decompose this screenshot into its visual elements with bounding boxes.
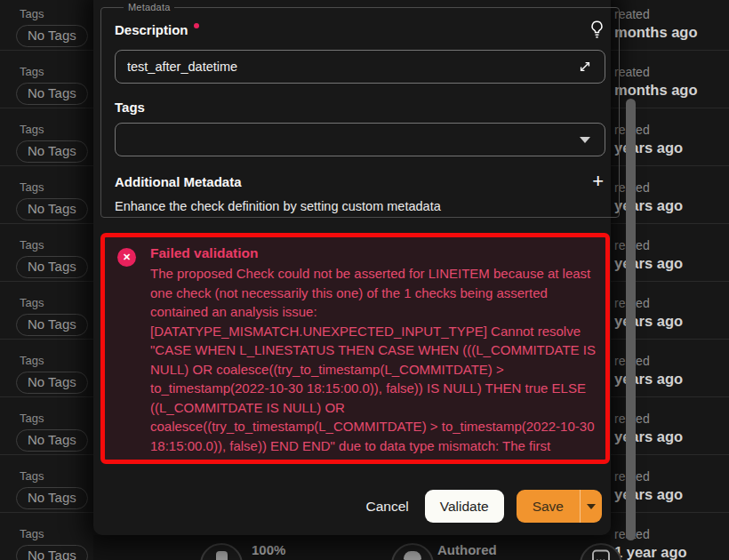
tags-label: Tags [20, 354, 93, 367]
no-tags-badge: No Tags [16, 256, 88, 278]
list-item: Tags No Tags [0, 282, 93, 340]
no-tags-badge: No Tags [16, 314, 88, 336]
chevron-down-icon [587, 504, 596, 509]
expand-icon [579, 60, 591, 73]
plus-icon: + [592, 170, 604, 192]
tags-label: Tags [20, 527, 93, 540]
list-item: Tags No Tags [0, 166, 93, 224]
hint-lightbulb-button[interactable] [589, 19, 605, 41]
list-item: Tags No Tags [0, 455, 93, 513]
no-tags-badge: No Tags [16, 25, 88, 47]
created-label: reated [614, 65, 729, 79]
background-list-left: Tags No Tags Tags No Tags Tags No Tags T… [0, 0, 93, 560]
created-label: reated [614, 7, 729, 21]
save-split-button: Save [517, 490, 602, 523]
tags-label: Tags [20, 180, 93, 194]
tags-label: Tags [20, 238, 93, 252]
progress-circle [200, 543, 243, 560]
no-tags-badge: No Tags [16, 198, 88, 220]
required-dot-icon [194, 23, 199, 28]
additional-metadata-label: Additional Metadata [115, 174, 242, 189]
no-tags-badge: No Tags [16, 140, 88, 163]
tags-label: Tags [20, 412, 93, 425]
vertical-scrollbar-thumb[interactable] [626, 99, 636, 540]
description-label: Description [115, 22, 188, 37]
validate-button[interactable]: Validate [425, 490, 504, 523]
bottom-status-bar: 100% Authored [93, 535, 611, 560]
tags-label: Tags [20, 65, 93, 78]
additional-metadata-help: Enhance the check definition by setting … [115, 199, 605, 213]
list-item: Tags No Tags [0, 224, 93, 282]
metadata-legend: Metadata [124, 2, 174, 12]
list-item: Tags No Tags [0, 108, 93, 166]
add-metadata-button[interactable]: + [590, 172, 605, 191]
no-tags-badge: No Tags [16, 83, 88, 105]
save-options-button[interactable] [580, 490, 602, 523]
metadata-fieldset: Metadata Description [100, 2, 620, 218]
tags-label: Tags [20, 296, 93, 309]
cancel-button[interactable]: Cancel [363, 499, 413, 515]
cloud-icon [404, 551, 421, 560]
list-item: Tags No Tags [0, 51, 93, 108]
error-message: The proposed Check could not be asserted… [150, 264, 599, 464]
description-input[interactable] [127, 60, 577, 74]
modal-footer: Cancel Validate Save [363, 490, 602, 523]
list-item: Tags No Tags [0, 513, 93, 560]
error-x-icon: ✕ [117, 248, 136, 267]
validation-error-alert: ✕ Failed validation The proposed Check c… [100, 233, 610, 464]
lightbulb-icon [590, 20, 604, 39]
tags-label: Tags [20, 469, 93, 483]
save-button[interactable]: Save [517, 490, 580, 523]
tags-label: Tags [20, 123, 93, 136]
tags-label: Tags [20, 7, 93, 20]
tags-field-label: Tags [115, 100, 145, 115]
list-item: reated months ago [611, 0, 729, 51]
authored-label: Authored [437, 542, 497, 557]
list-item: Tags No Tags [0, 397, 93, 455]
error-title: Failed validation [150, 245, 599, 261]
list-item: Tags No Tags [0, 340, 93, 397]
no-tags-badge: No Tags [16, 545, 88, 560]
no-tags-badge: No Tags [16, 429, 88, 452]
created-value: 1 year ago [614, 544, 729, 560]
no-tags-badge: No Tags [16, 372, 88, 394]
expand-editor-button[interactable] [577, 59, 593, 75]
square-icon [216, 551, 228, 560]
progress-value: 100% [252, 542, 285, 557]
tags-select[interactable] [115, 123, 605, 156]
list-item: Tags No Tags [0, 0, 93, 51]
check-editor-modal: Metadata Description [93, 0, 611, 535]
description-input-wrapper [115, 50, 605, 84]
authored-circle [391, 543, 434, 560]
created-value: months ago [614, 24, 729, 41]
no-tags-badge: No Tags [16, 487, 88, 509]
chevron-down-icon [580, 137, 590, 143]
calendar-icon [591, 548, 611, 560]
created-value: months ago [614, 82, 729, 99]
